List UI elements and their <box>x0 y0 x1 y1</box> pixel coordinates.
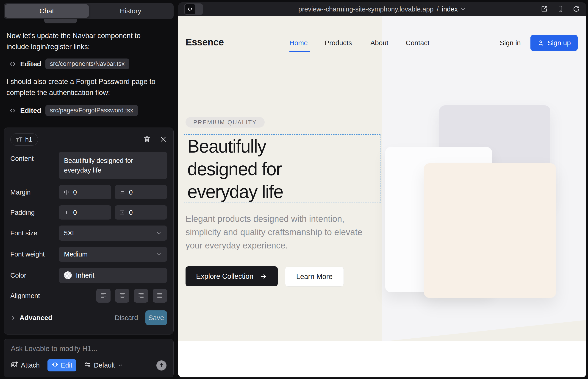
edited-file-row: Edited src/pages/ForgotPassword.tsx <box>9 105 138 116</box>
premium-quality-badge: PREMIUM QUALITY <box>186 117 265 127</box>
selected-element-pill[interactable]: тT h1 <box>10 133 38 146</box>
chat-panel: Chat History · · Now let's update the Na… <box>0 0 178 379</box>
save-button[interactable]: Save <box>145 310 167 325</box>
user-icon <box>537 39 544 46</box>
site-preview: Essence Home Products About Contact Sign… <box>178 16 586 377</box>
nav-link-contact[interactable]: Contact <box>406 39 429 47</box>
advanced-toggle[interactable]: Advanced <box>10 314 52 322</box>
preview-browser-frame: preview--charming-site-symphony.lovable.… <box>178 2 586 377</box>
signup-label: Sign up <box>547 39 571 47</box>
decorative-card-cream <box>424 163 556 298</box>
align-center-button[interactable] <box>115 289 129 303</box>
composer-toolbar: Attach Edit Default <box>11 359 167 371</box>
file-chip[interactable]: src/components/Navbar.tsx <box>46 59 129 69</box>
margin-label: Margin <box>10 189 59 196</box>
edit-label: Edit <box>61 362 72 369</box>
chevron-down-icon <box>155 251 162 257</box>
margin-y-input[interactable]: 0 <box>115 185 167 199</box>
hero-heading[interactable]: Beautifully designed for everyday life <box>187 135 283 203</box>
chevron-down-icon[interactable] <box>460 6 466 12</box>
site-logo[interactable]: Essence <box>186 37 224 48</box>
chat-history-tabbar: Chat History <box>4 3 174 19</box>
refresh-button[interactable] <box>573 5 580 14</box>
preview-url: preview--charming-site-symphony.lovable.… <box>298 5 433 13</box>
align-right-icon <box>138 292 144 300</box>
padding-vertical-icon <box>119 209 125 216</box>
learn-more-button[interactable]: Learn More <box>285 267 344 286</box>
next-section <box>178 341 586 377</box>
attach-label: Attach <box>21 362 40 369</box>
code-icon <box>185 4 195 14</box>
chevron-down-icon <box>155 230 162 236</box>
tab-history[interactable]: History <box>89 4 173 18</box>
advanced-label: Advanced <box>19 314 52 322</box>
alignment-label: Alignment <box>10 292 59 300</box>
nav-link-about[interactable]: About <box>370 39 388 47</box>
route-selector[interactable]: index <box>442 5 458 13</box>
close-editor-button[interactable] <box>160 136 167 144</box>
arrow-up-icon <box>158 362 164 369</box>
font-size-row: Font size 5XL <box>10 225 167 241</box>
chat-message: Now let's update the Navbar component to… <box>6 30 165 52</box>
color-select[interactable]: Inherit <box>59 268 167 283</box>
margin-row: Margin 0 0 <box>10 185 167 199</box>
nav-link-products[interactable]: Products <box>325 39 352 47</box>
hero-heading-line: Beautifully <box>187 135 283 158</box>
chat-message: I should also create a Forgot Password p… <box>6 76 165 98</box>
padding-x-value: 0 <box>73 209 77 216</box>
font-size-value: 5XL <box>64 229 76 237</box>
padding-y-input[interactable]: 0 <box>115 205 167 220</box>
font-size-select[interactable]: 5XL <box>59 225 167 241</box>
margin-x-input[interactable]: 0 <box>59 185 111 199</box>
attach-image-icon <box>11 361 18 370</box>
model-default-selector[interactable]: Default <box>84 361 123 370</box>
truncated-chip: · · <box>44 19 77 23</box>
discard-button[interactable]: Discard <box>115 314 138 322</box>
hero-heading-line: designed for <box>187 158 283 180</box>
padding-horizontal-icon <box>63 209 69 216</box>
chevron-down-icon <box>118 363 123 368</box>
font-size-label: Font size <box>10 229 59 237</box>
font-weight-select[interactable]: Medium <box>59 247 167 262</box>
padding-x-input[interactable]: 0 <box>59 205 111 220</box>
margin-vertical-icon <box>119 189 125 195</box>
mobile-view-button[interactable] <box>556 5 564 14</box>
sliders-icon <box>84 361 91 370</box>
chevron-right-icon <box>10 315 16 321</box>
edit-mode-button[interactable]: Edit <box>47 359 76 371</box>
content-label: Content <box>10 155 59 162</box>
code-preview-toggle[interactable] <box>184 3 203 15</box>
padding-y-value: 0 <box>129 209 133 216</box>
code-icon <box>9 61 16 67</box>
align-justify-button[interactable] <box>153 289 167 303</box>
open-in-new-tab-button[interactable] <box>540 5 548 14</box>
file-chip[interactable]: src/pages/ForgotPassword.tsx <box>46 105 138 116</box>
delete-element-button[interactable] <box>143 135 151 144</box>
send-button[interactable] <box>156 360 167 371</box>
align-left-icon <box>100 292 107 300</box>
editor-footer: Advanced Discard Save <box>10 310 167 325</box>
element-editor-panel: тT h1 Content Beautifully designed <box>4 127 174 334</box>
text-type-icon: тT <box>16 136 22 143</box>
nav-link-home[interactable]: Home <box>289 39 308 47</box>
target-icon <box>52 361 59 370</box>
content-row: Content Beautifully designed for everyda… <box>10 152 167 179</box>
composer-input[interactable] <box>11 345 167 353</box>
content-input[interactable]: Beautifully designed for everyday life <box>59 152 167 179</box>
close-icon <box>160 136 167 144</box>
signup-button[interactable]: Sign up <box>530 35 578 51</box>
explore-collection-button[interactable]: Explore Collection <box>186 266 278 286</box>
alignment-row: Alignment <box>10 289 167 303</box>
smartphone-icon <box>556 5 564 14</box>
align-center-icon <box>119 292 126 300</box>
transparent-swatch-icon <box>64 271 72 279</box>
align-left-button[interactable] <box>96 289 110 303</box>
signin-link[interactable]: Sign in <box>500 39 521 47</box>
toolbar-actions <box>540 5 580 14</box>
color-value: Inherit <box>76 272 94 279</box>
align-right-button[interactable] <box>134 289 148 303</box>
attach-button[interactable]: Attach <box>11 361 40 370</box>
tab-chat[interactable]: Chat <box>5 4 89 18</box>
code-icon <box>9 107 16 114</box>
address-bar: preview--charming-site-symphony.lovable.… <box>178 5 586 13</box>
